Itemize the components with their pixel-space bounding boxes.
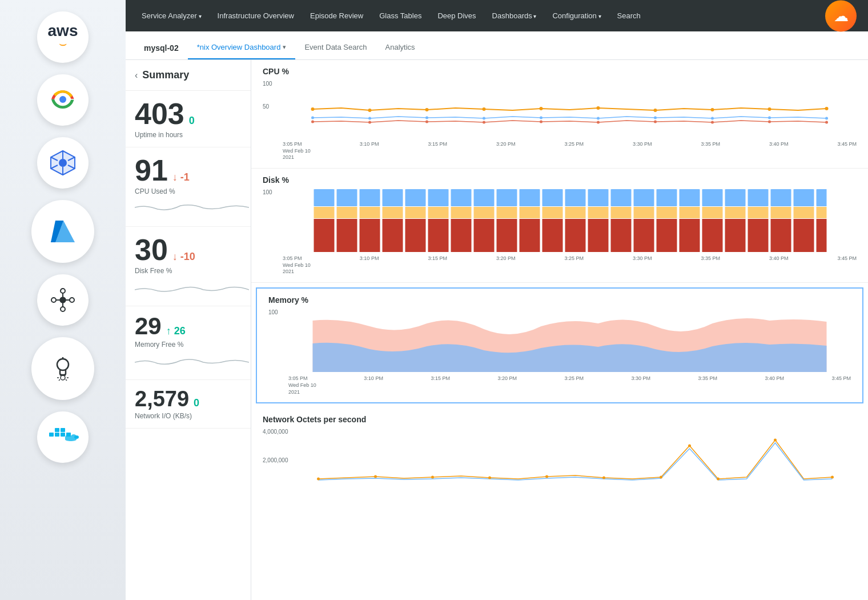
svg-point-42 (483, 107, 486, 111)
memory-chart-title: Memory % (268, 295, 851, 305)
cpu-label: CPU Used % (135, 187, 242, 195)
svg-point-23 (57, 359, 69, 370)
svg-point-51 (425, 117, 428, 119)
svg-point-61 (425, 121, 428, 123)
svg-point-17 (51, 298, 56, 302)
memory-x-label-4: 3:20 PM (497, 375, 517, 395)
docker-icon[interactable] (37, 411, 89, 463)
kafka-icon[interactable] (37, 274, 89, 326)
disk-chart-section: Disk % 100 (251, 169, 868, 283)
network-value: 2,579 (135, 388, 189, 410)
metric-network: 2,579 0 Network I/O (KB/s) (126, 380, 251, 429)
nav-deep-dives[interactable]: Deep Dives (431, 8, 483, 23)
svg-point-79 (660, 476, 662, 479)
svg-rect-34 (61, 433, 65, 437)
svg-point-78 (602, 477, 605, 479)
svg-point-45 (654, 109, 657, 112)
svg-point-77 (545, 475, 548, 478)
tab-host[interactable]: mysql-02 (135, 37, 188, 59)
metric-uptime: 403 0 Uptime in hours (126, 91, 251, 147)
memory-x-label-7: 3:35 PM (698, 375, 717, 395)
gcp-icon[interactable] (37, 74, 89, 126)
nav-glass-tables[interactable]: Glass Tables (372, 8, 428, 23)
nav-dashboards[interactable]: Dashboards (485, 8, 544, 23)
uptime-delta: 0 (189, 115, 195, 126)
memory-x-label-5: 3:25 PM (564, 375, 584, 395)
svg-point-63 (540, 121, 542, 123)
svg-point-15 (61, 289, 65, 293)
summary-header: ‹ Summary (126, 60, 251, 91)
svg-line-31 (66, 379, 67, 381)
cpu-x-label-3: 3:15 PM (428, 141, 447, 161)
memory-delta: ↑ 26 (166, 326, 186, 336)
svg-point-56 (711, 117, 714, 120)
memory-x-label-3: 3:15 PM (431, 375, 450, 395)
summary-panel: ‹ Summary 403 0 Uptime in hours 91 ↓ -1 … (126, 60, 251, 600)
svg-point-38 (74, 435, 79, 439)
network-chart-title: Network Octets per second (263, 415, 857, 424)
svg-point-75 (431, 476, 434, 479)
disk-x-label-6: 3:30 PM (633, 255, 652, 275)
cpu-x-label-8: 3:40 PM (769, 141, 789, 161)
svg-point-73 (317, 478, 320, 481)
disk-x-label-5: 3:25 PM (564, 255, 584, 275)
main-content: Service Analyzer Infrastructure Overview… (126, 0, 868, 600)
disk-x-label-1: 3:05 PMWed Feb 102021 (283, 255, 311, 275)
tab-event-data-search[interactable]: Event Data Search (295, 36, 376, 59)
svg-point-46 (711, 108, 714, 111)
cpu-delta: ↓ -1 (172, 172, 190, 182)
svg-rect-36 (61, 428, 65, 432)
tab-analytics[interactable]: Analytics (376, 36, 424, 59)
svg-point-55 (654, 117, 657, 119)
nav-configuration[interactable]: Configuration (545, 8, 608, 23)
nav-search[interactable]: Search (610, 8, 648, 23)
kubernetes-icon[interactable] (37, 137, 89, 189)
svg-point-48 (825, 107, 829, 110)
svg-rect-32 (49, 433, 54, 437)
memory-x-label-2: 3:10 PM (364, 375, 383, 395)
svg-point-0 (59, 96, 66, 103)
memory-x-label-6: 3:30 PM (631, 375, 650, 395)
cpu-x-label-2: 3:10 PM (360, 141, 379, 161)
memory-sparkline (135, 352, 249, 369)
cpu-value: 91 (135, 155, 168, 185)
network-delta: 0 (194, 398, 199, 408)
disk-x-label-7: 3:35 PM (701, 255, 720, 275)
instana-icon[interactable] (31, 337, 94, 400)
memory-svg-chart (288, 309, 851, 372)
svg-point-60 (368, 121, 371, 124)
svg-point-40 (368, 109, 372, 112)
nav-episode-review[interactable]: Episode Review (303, 8, 370, 23)
aws-icon[interactable]: aws ⌣ (37, 11, 89, 63)
uptime-value: 403 (135, 99, 184, 129)
disk-x-label-2: 3:10 PM (360, 255, 379, 275)
uptime-label: Uptime in hours (135, 131, 242, 139)
cpu-x-label-6: 3:30 PM (633, 141, 652, 161)
svg-line-30 (59, 379, 60, 381)
svg-point-76 (488, 477, 491, 479)
svg-point-80 (688, 445, 691, 447)
svg-point-59 (311, 121, 314, 123)
svg-point-41 (425, 108, 429, 111)
metric-disk: 30 ↓ -10 Disk Free % (126, 227, 251, 306)
svg-point-53 (540, 117, 542, 119)
disk-value: 30 (135, 235, 168, 265)
back-button[interactable]: ‹ (135, 70, 138, 81)
cloud-button[interactable]: ☁ (825, 0, 857, 31)
disk-x-label-3: 3:15 PM (428, 255, 447, 275)
svg-rect-33 (55, 433, 59, 437)
tab-dropdown-icon[interactable]: ▾ (283, 43, 286, 51)
cpu-x-label-5: 3:25 PM (564, 141, 584, 161)
svg-point-64 (597, 121, 600, 124)
cpu-svg-chart (283, 81, 857, 138)
nav-infrastructure[interactable]: Infrastructure Overview (211, 8, 301, 23)
svg-point-58 (825, 117, 828, 120)
disk-label: Disk Free % (135, 267, 242, 275)
nav-service-analyzer[interactable]: Service Analyzer (135, 8, 208, 23)
tab-bar: mysql-02 *nix Overview Dashboard ▾ Event… (126, 31, 868, 60)
svg-point-54 (597, 117, 600, 120)
azure-icon[interactable] (31, 200, 94, 263)
tab-nix-overview[interactable]: *nix Overview Dashboard ▾ (188, 36, 296, 59)
svg-point-18 (70, 298, 74, 302)
memory-x-label-8: 3:40 PM (765, 375, 784, 395)
